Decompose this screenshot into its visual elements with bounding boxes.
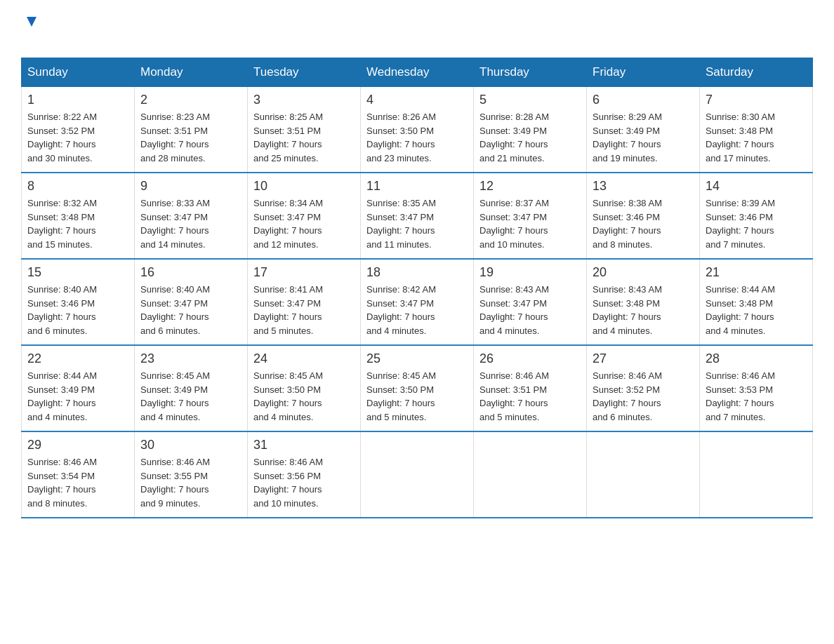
weekday-header-saturday: Saturday [700,58,813,87]
day-info: Sunrise: 8:40 AM Sunset: 3:47 PM Dayligh… [140,283,241,337]
calendar-cell: 20 Sunrise: 8:43 AM Sunset: 3:48 PM Dayl… [587,259,700,345]
week-row-5: 29 Sunrise: 8:46 AM Sunset: 3:54 PM Dayl… [22,431,813,518]
day-info: Sunrise: 8:38 AM Sunset: 3:46 PM Dayligh… [593,196,694,251]
day-number: 16 [140,265,241,280]
day-number: 11 [366,179,468,194]
calendar-cell: 2 Sunrise: 8:23 AM Sunset: 3:51 PM Dayli… [135,87,248,173]
week-row-1: 1 Sunrise: 8:22 AM Sunset: 3:52 PM Dayli… [22,87,813,173]
day-info: Sunrise: 8:46 AM Sunset: 3:52 PM Dayligh… [593,369,694,424]
week-row-2: 8 Sunrise: 8:32 AM Sunset: 3:48 PM Dayli… [22,173,813,259]
day-number: 15 [27,265,128,280]
day-number: 21 [706,265,807,280]
day-info: Sunrise: 8:34 AM Sunset: 3:47 PM Dayligh… [253,196,355,251]
calendar-cell: 14 Sunrise: 8:39 AM Sunset: 3:46 PM Dayl… [700,173,813,259]
day-number: 13 [593,179,694,194]
calendar-cell: 26 Sunrise: 8:46 AM Sunset: 3:51 PM Dayl… [474,345,587,431]
day-number: 31 [253,438,355,452]
day-number: 18 [366,265,468,280]
day-info: Sunrise: 8:45 AM Sunset: 3:50 PM Dayligh… [253,369,355,424]
calendar-cell: 22 Sunrise: 8:44 AM Sunset: 3:49 PM Dayl… [22,345,135,431]
calendar-cell: 23 Sunrise: 8:45 AM Sunset: 3:49 PM Dayl… [135,345,248,431]
calendar-cell: 16 Sunrise: 8:40 AM Sunset: 3:47 PM Dayl… [135,259,248,345]
week-row-4: 22 Sunrise: 8:44 AM Sunset: 3:49 PM Dayl… [22,345,813,431]
day-number: 12 [479,179,581,194]
day-info: Sunrise: 8:46 AM Sunset: 3:56 PM Dayligh… [253,455,355,510]
calendar-cell: 25 Sunrise: 8:45 AM Sunset: 3:50 PM Dayl… [361,345,474,431]
day-number: 3 [253,93,355,107]
day-number: 10 [253,179,355,194]
calendar-cell: 30 Sunrise: 8:46 AM Sunset: 3:55 PM Dayl… [135,431,248,518]
day-number: 9 [140,179,241,194]
calendar-cell: 9 Sunrise: 8:33 AM Sunset: 3:47 PM Dayli… [135,173,248,259]
day-info: Sunrise: 8:29 AM Sunset: 3:49 PM Dayligh… [593,110,694,165]
day-info: Sunrise: 8:28 AM Sunset: 3:49 PM Dayligh… [479,110,581,165]
logo-triangle-icon [22,14,38,29]
day-info: Sunrise: 8:35 AM Sunset: 3:47 PM Dayligh… [366,196,468,251]
day-info: Sunrise: 8:25 AM Sunset: 3:51 PM Dayligh… [253,110,355,165]
day-info: Sunrise: 8:42 AM Sunset: 3:47 PM Dayligh… [366,283,468,337]
calendar-cell: 8 Sunrise: 8:32 AM Sunset: 3:48 PM Dayli… [22,173,135,259]
day-number: 14 [706,179,807,194]
weekday-header-sunday: Sunday [22,58,135,87]
day-number: 7 [706,93,807,107]
calendar-cell: 24 Sunrise: 8:45 AM Sunset: 3:50 PM Dayl… [248,345,361,431]
day-info: Sunrise: 8:46 AM Sunset: 3:51 PM Dayligh… [479,369,581,424]
day-info: Sunrise: 8:46 AM Sunset: 3:53 PM Dayligh… [706,369,807,424]
calendar-cell: 18 Sunrise: 8:42 AM Sunset: 3:47 PM Dayl… [361,259,474,345]
calendar-cell [587,431,700,518]
day-number: 29 [27,438,128,452]
day-number: 1 [27,93,128,107]
calendar-table: SundayMondayTuesdayWednesdayThursdayFrid… [21,58,813,518]
day-number: 5 [479,93,581,107]
day-info: Sunrise: 8:46 AM Sunset: 3:55 PM Dayligh… [140,455,241,510]
day-info: Sunrise: 8:45 AM Sunset: 3:50 PM Dayligh… [366,369,468,424]
day-number: 4 [366,93,468,107]
day-info: Sunrise: 8:43 AM Sunset: 3:48 PM Dayligh… [593,283,694,337]
calendar-cell: 28 Sunrise: 8:46 AM Sunset: 3:53 PM Dayl… [700,345,813,431]
day-info: Sunrise: 8:40 AM Sunset: 3:46 PM Dayligh… [27,283,128,337]
day-info: Sunrise: 8:44 AM Sunset: 3:49 PM Dayligh… [27,369,128,424]
calendar-cell: 5 Sunrise: 8:28 AM Sunset: 3:49 PM Dayli… [474,87,587,173]
weekday-header-row: SundayMondayTuesdayWednesdayThursdayFrid… [22,58,813,87]
calendar-cell: 27 Sunrise: 8:46 AM Sunset: 3:52 PM Dayl… [587,345,700,431]
page-header [21,14,813,51]
day-info: Sunrise: 8:33 AM Sunset: 3:47 PM Dayligh… [140,196,241,251]
day-info: Sunrise: 8:46 AM Sunset: 3:54 PM Dayligh… [27,455,128,510]
day-number: 20 [593,265,694,280]
calendar-cell: 12 Sunrise: 8:37 AM Sunset: 3:47 PM Dayl… [474,173,587,259]
day-info: Sunrise: 8:44 AM Sunset: 3:48 PM Dayligh… [706,283,807,337]
day-info: Sunrise: 8:22 AM Sunset: 3:52 PM Dayligh… [27,110,128,165]
day-number: 30 [140,438,241,452]
calendar-cell: 19 Sunrise: 8:43 AM Sunset: 3:47 PM Dayl… [474,259,587,345]
calendar-cell: 21 Sunrise: 8:44 AM Sunset: 3:48 PM Dayl… [700,259,813,345]
calendar-cell: 1 Sunrise: 8:22 AM Sunset: 3:52 PM Dayli… [22,87,135,173]
calendar-cell: 10 Sunrise: 8:34 AM Sunset: 3:47 PM Dayl… [248,173,361,259]
day-number: 19 [479,265,581,280]
calendar-cell: 3 Sunrise: 8:25 AM Sunset: 3:51 PM Dayli… [248,87,361,173]
calendar-cell: 17 Sunrise: 8:41 AM Sunset: 3:47 PM Dayl… [248,259,361,345]
weekday-header-friday: Friday [587,58,700,87]
day-info: Sunrise: 8:45 AM Sunset: 3:49 PM Dayligh… [140,369,241,424]
calendar-cell: 13 Sunrise: 8:38 AM Sunset: 3:46 PM Dayl… [587,173,700,259]
logo [21,14,38,51]
calendar-cell: 7 Sunrise: 8:30 AM Sunset: 3:48 PM Dayli… [700,87,813,173]
week-row-3: 15 Sunrise: 8:40 AM Sunset: 3:46 PM Dayl… [22,259,813,345]
weekday-header-thursday: Thursday [474,58,587,87]
calendar-cell [474,431,587,518]
day-number: 28 [706,351,807,366]
calendar-cell: 4 Sunrise: 8:26 AM Sunset: 3:50 PM Dayli… [361,87,474,173]
day-number: 22 [27,351,128,366]
day-info: Sunrise: 8:32 AM Sunset: 3:48 PM Dayligh… [27,196,128,251]
day-info: Sunrise: 8:37 AM Sunset: 3:47 PM Dayligh… [479,196,581,251]
calendar-cell: 31 Sunrise: 8:46 AM Sunset: 3:56 PM Dayl… [248,431,361,518]
day-number: 6 [593,93,694,107]
calendar-cell [361,431,474,518]
calendar-cell [700,431,813,518]
day-info: Sunrise: 8:43 AM Sunset: 3:47 PM Dayligh… [479,283,581,337]
calendar-cell: 6 Sunrise: 8:29 AM Sunset: 3:49 PM Dayli… [587,87,700,173]
weekday-header-monday: Monday [135,58,248,87]
day-number: 24 [253,351,355,366]
svg-marker-0 [27,17,37,27]
day-number: 26 [479,351,581,366]
day-info: Sunrise: 8:23 AM Sunset: 3:51 PM Dayligh… [140,110,241,165]
